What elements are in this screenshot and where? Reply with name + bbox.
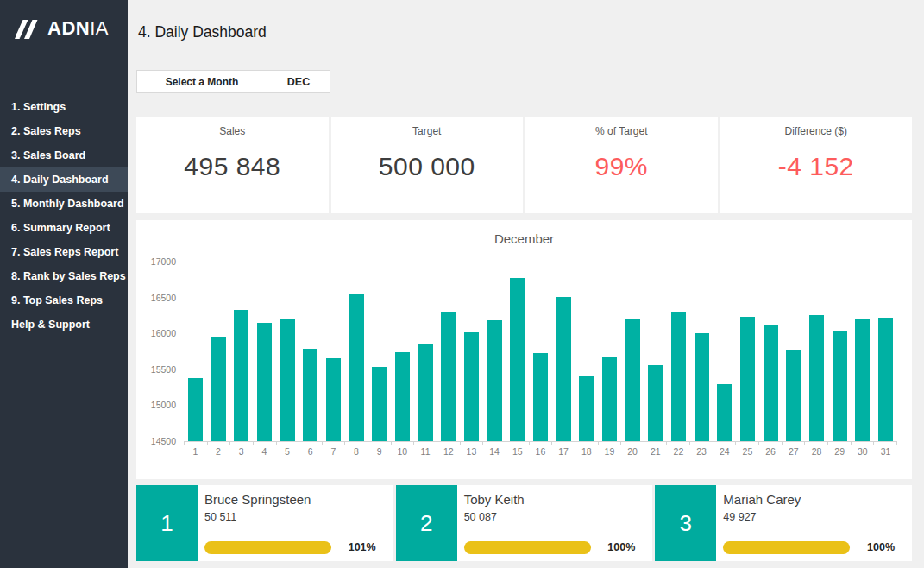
axis-tick — [299, 442, 323, 445]
kpi-label: % of Target — [525, 125, 718, 137]
sidebar-item-daily-dashboard[interactable]: 4. Daily Dashboard — [0, 167, 128, 192]
kpi-card-difference: Difference ($)-4 152 — [720, 117, 913, 213]
x-axis-label: 3 — [229, 446, 253, 457]
sidebar-item-help-support[interactable]: Help & Support — [0, 312, 128, 337]
x-axis-label: 5 — [276, 446, 299, 457]
bar-day-12 — [441, 312, 456, 441]
kpi-value: -4 152 — [720, 152, 913, 181]
axis-tick — [690, 442, 713, 445]
bar-day-3 — [234, 310, 248, 441]
axis-tick — [759, 442, 783, 445]
sidebar-item-monthly-dashboard[interactable]: 5. Monthly Dashboard — [0, 192, 128, 216]
bar-column-day-15 — [506, 262, 529, 441]
bar-column-day-12 — [437, 262, 460, 441]
sidebar: ADNIA 1. Settings2. Sales Reps3. Sales B… — [0, 0, 128, 568]
x-axis-label: 7 — [322, 446, 345, 457]
x-axis-label: 20 — [621, 446, 644, 457]
logo-text-light: IA — [90, 17, 109, 39]
bar-column-day-20 — [621, 262, 644, 441]
main-content: 4. Daily Dashboard Select a Month DEC Sa… — [128, 0, 924, 568]
bar-day-7 — [326, 358, 341, 441]
x-axis-label: 13 — [460, 446, 483, 457]
leaderboard-card-rank-1: 1Bruce Springsteen50 511101% — [136, 485, 393, 561]
bar-column-day-6 — [299, 262, 322, 441]
bar-column-day-23 — [690, 262, 713, 441]
chart-bars — [184, 262, 897, 441]
bar-column-day-11 — [414, 262, 437, 441]
bar-day-13 — [464, 332, 479, 441]
bar-day-6 — [303, 349, 317, 441]
bar-column-day-5 — [276, 262, 299, 441]
axis-tick — [575, 442, 599, 445]
bar-column-day-25 — [736, 262, 759, 441]
month-selector-value[interactable]: DEC — [267, 71, 330, 92]
bar-day-31 — [878, 318, 893, 441]
page-title: 4. Daily Dashboard — [138, 23, 267, 41]
bar-column-day-14 — [483, 262, 506, 441]
logo-text: ADNIA — [47, 17, 109, 40]
x-axis-label: 26 — [759, 446, 783, 457]
sales-rep-name: Bruce Springsteen — [204, 492, 393, 507]
axis-tick — [599, 442, 622, 445]
bar-day-2 — [211, 337, 226, 441]
y-axis-tick-label: 16500 — [136, 293, 176, 303]
chart-x-axis-line — [184, 441, 897, 445]
axis-tick — [805, 442, 828, 445]
sidebar-item-rank-by-sales-reps[interactable]: 8. Rank by Sales Reps — [0, 264, 128, 288]
bar-column-day-28 — [805, 262, 828, 441]
sales-rep-name: Toby Keith — [464, 492, 653, 507]
x-axis-label: 21 — [644, 446, 667, 457]
bar-column-day-13 — [460, 262, 483, 441]
axis-tick — [483, 442, 506, 445]
bar-column-day-22 — [667, 262, 690, 441]
bar-column-day-21 — [644, 262, 667, 441]
axis-tick — [437, 442, 461, 445]
progress-row: 101% — [204, 540, 376, 554]
y-axis-tick-label: 15000 — [136, 400, 176, 410]
bar-day-11 — [418, 344, 433, 441]
sidebar-item-sales-reps[interactable]: 2. Sales Reps — [0, 119, 128, 143]
kpi-value: 495 848 — [136, 152, 329, 181]
x-axis-label: 30 — [851, 446, 874, 457]
x-axis-label: 9 — [368, 446, 391, 457]
leaderboard-card-body: Toby Keith50 087100% — [457, 485, 653, 561]
x-axis-label: 24 — [713, 446, 736, 457]
kpi-card-target: Target500 000 — [331, 117, 524, 213]
bar-day-28 — [809, 315, 824, 441]
x-axis-label: 10 — [391, 446, 414, 457]
sidebar-item-settings[interactable]: 1. Settings — [0, 95, 128, 119]
x-axis-label: 25 — [736, 446, 759, 457]
x-axis-label: 1 — [184, 446, 207, 457]
bar-column-day-1 — [184, 262, 207, 441]
month-selector[interactable]: Select a Month DEC — [136, 70, 330, 93]
progress-bar — [723, 541, 850, 554]
sales-rep-value: 50 087 — [464, 511, 653, 523]
logo-text-bold: ADN — [47, 17, 90, 39]
chart-title: December — [136, 231, 912, 246]
x-axis-label: 16 — [529, 446, 552, 457]
sales-rep-name: Mariah Carey — [723, 492, 912, 507]
x-axis-label: 15 — [506, 446, 529, 457]
sidebar-item-summary-report[interactable]: 6. Summary Report — [0, 216, 128, 240]
kpi-card-of-target: % of Target99% — [525, 117, 718, 213]
leaderboard-card-body: Bruce Springsteen50 511101% — [198, 485, 393, 561]
axis-tick — [530, 442, 553, 445]
bar-column-day-9 — [368, 262, 391, 441]
month-selector-label: Select a Month — [137, 71, 267, 92]
progress-percent: 101% — [349, 541, 376, 553]
axis-tick — [254, 442, 277, 445]
axis-tick — [368, 442, 392, 445]
app-root: ADNIA 1. Settings2. Sales Reps3. Sales B… — [0, 0, 924, 568]
axis-tick — [345, 442, 368, 445]
sidebar-item-sales-reps-report[interactable]: 7. Sales Reps Report — [0, 240, 128, 264]
bar-day-17 — [556, 297, 571, 441]
sidebar-item-top-sales-reps[interactable]: 9. Top Sales Reps — [0, 288, 128, 312]
sidebar-item-sales-board[interactable]: 3. Sales Board — [0, 143, 128, 167]
axis-tick — [713, 442, 737, 445]
leaderboard-card-body: Mariah Carey49 927100% — [716, 485, 912, 561]
sales-rep-value: 50 511 — [204, 511, 393, 523]
bar-day-16 — [533, 353, 548, 441]
axis-tick — [736, 442, 759, 445]
bar-column-day-10 — [391, 262, 414, 441]
x-axis-label: 18 — [575, 446, 598, 457]
